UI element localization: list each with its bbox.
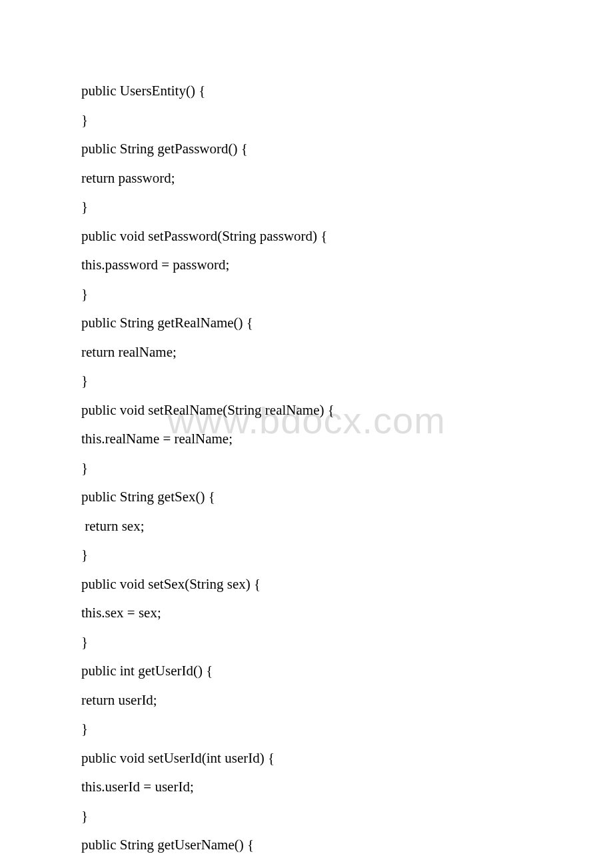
code-line: public UsersEntity() { (81, 77, 613, 106)
code-line: this.sex = sex; (81, 599, 613, 628)
code-content: public UsersEntity() { } public String g… (0, 0, 613, 860)
code-line: public void setSex(String sex) { (81, 570, 613, 599)
code-line: public void setRealName(String realName)… (81, 396, 613, 425)
code-line: return sex; (81, 512, 613, 541)
code-line: public String getUserName() { (81, 831, 613, 860)
code-line: } (81, 193, 613, 222)
code-line: return userId; (81, 686, 613, 715)
code-line: this.userId = userId; (81, 773, 613, 802)
code-line: public int getUserId() { (81, 657, 613, 686)
code-line: public String getRealName() { (81, 309, 613, 338)
code-line: } (81, 802, 613, 831)
code-line: public String getPassword() { (81, 135, 613, 164)
code-line: } (81, 715, 613, 744)
code-line: public String getSex() { (81, 483, 613, 512)
code-line: } (81, 541, 613, 570)
code-line: } (81, 280, 613, 309)
code-line: } (81, 367, 613, 396)
code-line: } (81, 454, 613, 483)
code-line: } (81, 628, 613, 657)
code-line: this.password = password; (81, 251, 613, 280)
code-line: } (81, 106, 613, 135)
code-line: return password; (81, 164, 613, 193)
code-line: public void setUserId(int userId) { (81, 744, 613, 773)
code-line: return realName; (81, 338, 613, 367)
code-line: public void setPassword(String password)… (81, 222, 613, 251)
code-line: this.realName = realName; (81, 425, 613, 454)
